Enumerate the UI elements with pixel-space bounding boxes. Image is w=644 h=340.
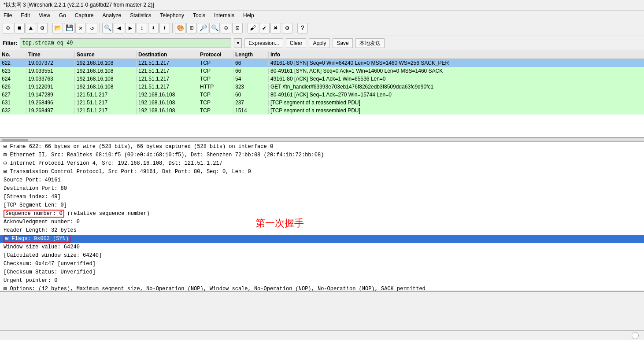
cell-dest: 121.51.1.217 [137,84,198,90]
table-row[interactable]: 622 19.007372 192.168.16.108 121.51.1.21… [0,59,644,67]
toolbar-color-filter-btn[interactable]: 🖌 [248,23,258,33]
filter-input[interactable] [20,38,231,48]
cell-source: 192.168.16.108 [75,76,137,82]
seq-number-box: Sequence number: 0 [4,210,64,218]
cell-length: 66 [233,68,269,74]
list-item[interactable]: ⊞ Options: (12 bytes), Maximum segment s… [0,285,644,292]
toolbar-zoom-in-btn[interactable]: 🔎 [198,23,208,33]
menu-analyze[interactable]: Analyze [101,12,123,19]
list-item: [Stream index: 49] [0,193,644,201]
app-title: *以太网 3 [Wireshark 2.2.1 (v2.2.1-0-ga6fbd… [4,1,154,9]
cell-length: 1514 [233,107,269,114]
packet-list-header: No. Time Source Destination Protocol Len… [0,50,644,59]
menu-telephony[interactable]: Telephony [158,12,186,19]
menu-file[interactable]: File [2,12,14,19]
list-item: Urgent pointer: 0 [0,277,644,285]
table-row[interactable]: 627 19.147289 121.51.1.217 192.168.16.10… [0,91,644,99]
list-item: Sequence number: 0 (relative sequence nu… [0,210,644,218]
cell-protocol: HTTP [198,84,233,90]
toolbar-filter-cancel-btn[interactable]: ✖ [270,23,281,33]
toolbar-zoom-out-btn[interactable]: 🔍 [209,23,220,33]
filter-dropdown-btn[interactable]: ▼ [234,38,242,48]
toolbar-zoom-reset-btn[interactable]: ⊙ [221,23,231,33]
toolbar-up-btn[interactable]: ⬆ [159,23,170,33]
toolbar-save-btn[interactable]: 💾 [64,23,74,33]
table-row[interactable]: 631 19.268496 121.51.1.217 192.168.16.10… [0,99,644,107]
cell-length: 66 [233,60,269,66]
toolbar-stop-btn[interactable]: ■ [14,23,25,33]
menu-statistics[interactable]: Statistics [128,12,153,19]
cell-no: 632 [0,107,26,114]
menu-tools[interactable]: Tools [191,12,207,19]
menu-capture[interactable]: Capture [73,12,96,19]
cell-info: 80-49161 [ACK] Seq=1 Ack=270 Win=15744 L… [269,92,644,98]
menu-view[interactable]: View [37,12,52,19]
local-send-button[interactable]: 本地发送 [355,38,385,48]
cell-info: 49161-80 [ACK] Seq=1 Ack=1 Win=65536 Len… [269,76,644,82]
save-button[interactable]: Save [333,38,352,48]
list-item[interactable]: ⊞ Internet Protocol Version 4, Src: 192.… [0,159,644,168]
toolbar-interfaces-btn[interactable]: ⊙ [3,23,13,33]
expression-button[interactable]: Expression... [244,38,283,48]
toolbar-autosize-btn[interactable]: ⊞ [186,23,197,33]
cell-source: 121.51.1.217 [75,92,137,98]
cell-no: 623 [0,68,26,74]
toolbar-next-btn[interactable]: ▶ [125,23,136,33]
menu-internals[interactable]: Internals [212,12,236,19]
flags-box: ⊞ Flags: 0x002 (SYN) [4,235,70,243]
cell-time: 19.033763 [26,76,75,82]
toolbar-rotate-btn[interactable]: ⊡ [232,23,243,33]
table-row[interactable]: 624 19.033763 192.168.16.108 121.51.1.21… [0,75,644,83]
list-item[interactable]: ⊟ Transmission Control Protocol, Src Por… [0,168,644,176]
cell-length: 54 [233,76,269,82]
list-item[interactable]: ⊞ Ethernet II, Src: Realteks_68:10:f5 (0… [0,151,644,159]
toolbar-open-btn[interactable]: 📂 [52,23,63,33]
menu-help[interactable]: Help [241,12,256,19]
cell-info: GET /ftn_handler/f63993e703eb1476f8262ed… [269,84,644,90]
apply-button[interactable]: Apply [309,38,330,48]
clear-button[interactable]: Clear [286,38,307,48]
toolbar-jump-btn[interactable]: ↕ [137,23,147,33]
list-item: Destination Port: 80 [0,185,644,193]
toolbar-close-btn[interactable]: ✕ [75,23,86,33]
list-item: Header Length: 32 bytes [0,226,644,235]
menu-go[interactable]: Go [57,12,68,19]
cell-protocol: TCP [198,92,233,98]
table-row[interactable]: 626 19.122091 192.168.16.108 121.51.1.21… [0,83,644,91]
cell-time: 19.122091 [26,84,75,90]
cell-length: 60 [233,92,269,98]
toolbar-sep3 [172,23,173,33]
main-content: No. Time Source Destination Protocol Len… [0,50,644,292]
filter-label: Filter: [3,40,17,46]
toolbar-prefs-btn[interactable]: ⚙ [282,23,292,33]
toolbar-find-btn[interactable]: 🔍 [102,23,113,33]
toolbar-reload-btn[interactable]: ↺ [87,23,97,33]
list-item: Window size value: 64240 [0,243,644,251]
table-row[interactable]: 623 19.033551 192.168.16.108 121.51.1.21… [0,67,644,75]
menu-edit[interactable]: Edit [19,12,32,19]
scrollbar-thumb [2,139,28,141]
packet-list-scrollbar[interactable] [0,138,644,142]
cell-time: 19.007372 [26,60,75,66]
list-item[interactable]: ⊞ Flags: 0x002 (SYN) [0,235,644,243]
cell-protocol: TCP [198,68,233,74]
cell-info: 80-49161 [SYN, ACK] Seq=0 Ack=1 Win=1460… [269,68,644,74]
table-row[interactable]: 632 19.268497 121.51.1.217 192.168.16.10… [0,107,644,115]
toolbar-sep5 [295,23,295,33]
col-source: Source [75,52,137,58]
toolbar-down-btn[interactable]: ⬇ [148,23,159,33]
toolbar-sep2 [100,23,100,33]
cell-dest: 121.51.1.217 [137,60,198,66]
list-item: [Checksum Status: Unverified] [0,268,644,277]
toolbar-help-btn[interactable]: ? [297,23,308,33]
list-item[interactable]: ⊞ Frame 622: 66 bytes on wire (528 bits)… [0,143,644,151]
cell-length: 323 [233,84,269,90]
cell-protocol: TCP [198,107,233,114]
toolbar-filter-apply-btn[interactable]: ✔ [259,23,270,33]
toolbar-colorize-btn[interactable]: 🎨 [175,23,185,33]
cell-protocol: TCP [198,100,233,106]
toolbar-options-btn[interactable]: ⚙ [37,23,48,33]
toolbar-prev-btn[interactable]: ◀ [114,23,124,33]
toolbar-restart-btn[interactable]: ▲ [26,23,36,33]
col-length: Length [233,52,269,58]
